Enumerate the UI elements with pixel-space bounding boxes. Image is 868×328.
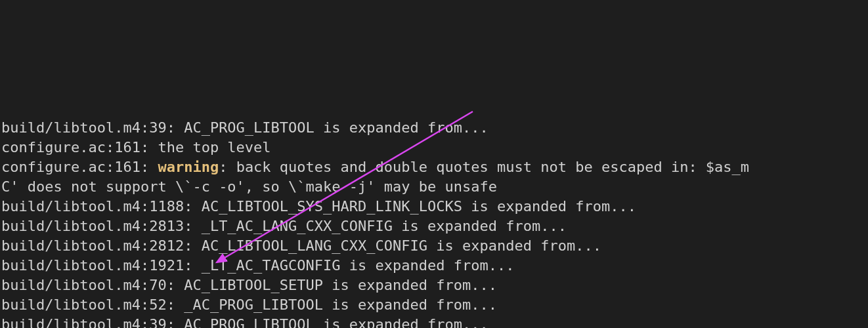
terminal-output[interactable]: build/libtool.m4:39: AC_PROG_LIBTOOL is … (0, 98, 868, 328)
output-line: build/libtool.m4:2812: AC_LIBTOOL_LANG_C… (1, 237, 601, 254)
output-line: build/libtool.m4:1188: AC_LIBTOOL_SYS_HA… (1, 198, 636, 215)
output-line: configure.ac:161: the top level (1, 139, 271, 155)
output-line: build/libtool.m4:39: AC_PROG_LIBTOOL is … (1, 316, 488, 328)
warning-label: warning (158, 159, 219, 175)
output-line: build/libtool.m4:39: AC_PROG_LIBTOOL is … (1, 119, 488, 136)
output-line: build/libtool.m4:70: AC_LIBTOOL_SETUP is… (1, 277, 497, 293)
output-line: configure.ac:161: warning: back quotes a… (1, 159, 749, 175)
output-line: build/libtool.m4:1921: _LT_AC_TAGCONFIG … (1, 257, 514, 274)
output-line: build/libtool.m4:2813: _LT_AC_LANG_CXX_C… (1, 218, 567, 234)
output-line: C' does not support \`-c -o', so \`make … (1, 178, 497, 195)
output-line: build/libtool.m4:52: _AC_PROG_LIBTOOL is… (1, 297, 497, 313)
